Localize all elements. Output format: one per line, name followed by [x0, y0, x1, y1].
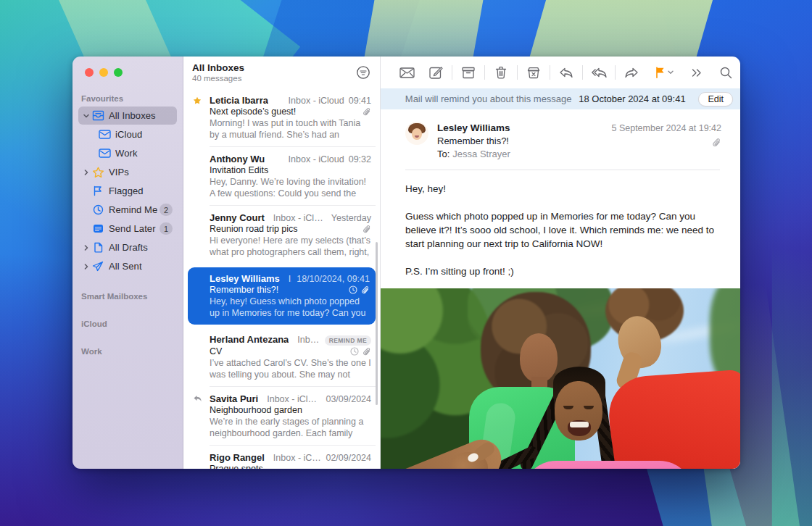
get-mail-button[interactable] [392, 62, 421, 83]
window-controls [85, 68, 123, 77]
photo-person-center-shirt [523, 461, 693, 469]
email-date: 18/10/2024, 09:41 [297, 274, 370, 284]
sidebar-item-icloud-inbox[interactable]: iCloud [94, 125, 177, 143]
email-date: 03/09/2024 [326, 394, 371, 404]
compose-button[interactable] [421, 62, 450, 83]
body-paragraph: P.S. I’m sitting up front! ;) [405, 264, 716, 278]
sender-avatar[interactable] [405, 122, 428, 145]
email-mailbox: Inbox - iCloud [273, 453, 322, 463]
envelope-icon [97, 149, 112, 158]
flag-button[interactable] [646, 62, 682, 83]
reply-button[interactable] [552, 62, 581, 83]
sidebar: Favourites All Inboxes iCloud [72, 57, 183, 469]
photo-trees [710, 288, 740, 383]
desktop-wallpaper: Favourites All Inboxes iCloud [0, 0, 812, 526]
filter-icon[interactable] [355, 64, 371, 80]
sidebar-item-label: Send Later [109, 223, 160, 234]
recipient-name[interactable]: Jessa Strayer [452, 149, 510, 159]
sidebar-item-label: All Drafts [109, 242, 173, 253]
work-section-header[interactable]: Work [72, 341, 183, 359]
email-rows: Leticia Ibarra Inbox - iCloud 09:41 Next… [183, 88, 380, 469]
search-icon[interactable] [711, 62, 740, 83]
remind-me-count-badge: 2 [160, 204, 173, 216]
send-later-icon [91, 224, 105, 233]
email-subject: Invitation Edits [210, 165, 371, 175]
more-toolbar-items-button[interactable] [682, 62, 711, 83]
email-subject: Prague spots [210, 464, 371, 469]
email-row-leticia[interactable]: Leticia Ibarra Inbox - iCloud 09:41 Next… [183, 88, 380, 147]
sidebar-item-label: iCloud [115, 129, 173, 140]
email-sender: Herland Antezana [210, 334, 289, 345]
sidebar-item-vips[interactable]: VIPs [78, 163, 177, 181]
forward-button[interactable] [617, 62, 646, 83]
email-date: 09:32 [349, 154, 371, 164]
message-count: 40 messages [192, 74, 244, 83]
reminder-datetime: 18 October 2024 at 09:41 [579, 93, 685, 104]
list-scrollbar[interactable] [376, 242, 378, 405]
email-row-anthony[interactable]: Anthony Wu Inbox - iCloud 09:32 Invitati… [183, 147, 380, 206]
email-mailbox: Inbox - iCloud [289, 96, 344, 106]
inbox-tray-icon [91, 110, 105, 121]
minimize-button[interactable] [99, 68, 108, 77]
chevron-right-icon[interactable] [81, 264, 91, 270]
email-row-rigo-1[interactable]: Rigo Rangel Inbox - iCloud 02/09/2024 Pr… [183, 446, 380, 469]
sidebar-item-send-later[interactable]: Send Later 1 [78, 220, 177, 238]
body-paragraph: Hey, hey! [405, 182, 716, 196]
attached-photo[interactable] [381, 288, 740, 469]
reply-all-button[interactable] [584, 62, 613, 83]
sidebar-item-work-inbox[interactable]: Work [94, 144, 177, 162]
email-sender: Leticia Ibarra [210, 95, 268, 106]
chevron-right-icon[interactable] [81, 245, 91, 251]
sidebar-item-all-inboxes[interactable]: All Inboxes [78, 107, 177, 125]
sidebar-item-flagged[interactable]: Flagged [78, 182, 177, 200]
mailbox-title: All Inboxes [192, 62, 244, 74]
photo-person-right-shirt [607, 370, 740, 469]
smart-mailboxes-header[interactable]: Smart Mailboxes [72, 286, 183, 304]
email-subject: Next episode’s guest! [210, 107, 362, 117]
reminder-banner-text: Mail will remind you about this message … [392, 93, 698, 104]
favourites-header: Favourites [72, 88, 183, 106]
chevron-down-icon[interactable] [81, 113, 91, 119]
paperclip-icon [362, 107, 371, 117]
email-date: Yesterday [331, 213, 371, 223]
message-header: Lesley Williams Remember this?! To:Jessa… [381, 109, 740, 168]
message-pane: Mail will remind you about this message … [381, 57, 740, 469]
attachment-paperclip-icon [611, 138, 721, 148]
toolbar [381, 57, 740, 88]
email-sender: Jenny Court [210, 212, 265, 223]
remind-clock-icon [349, 285, 357, 294]
to-label: To: [437, 149, 450, 159]
email-preview: I’ve attached Carol’s CV. She’s the one … [210, 357, 371, 380]
envelope-icon [97, 130, 112, 139]
email-sender: Rigo Rangel [210, 452, 265, 463]
message-date: 5 September 2024 at 19:42 [611, 122, 721, 135]
email-row-herland[interactable]: Herland Antezana Inbox - iCl… REMIND ME … [183, 327, 380, 387]
zoom-button[interactable] [114, 68, 123, 77]
email-row-savita[interactable]: Savita Puri Inbox - iCloud 03/09/2024 Ne… [183, 387, 380, 446]
sidebar-item-all-sent[interactable]: All Sent [78, 257, 177, 275]
sidebar-item-all-drafts[interactable]: All Drafts [78, 238, 177, 256]
message-recipients: To:Jessa Strayer [437, 148, 611, 161]
chevron-right-icon[interactable] [81, 170, 91, 175]
email-row-lesley-selected[interactable]: Lesley Williams Inb… 18/10/2024, 09:41 R… [188, 267, 376, 325]
remind-clock-icon [350, 347, 359, 356]
email-preview: Hey, hey! Guess which photo popped up in… [210, 296, 370, 319]
sidebar-item-label: Work [115, 148, 173, 159]
message-subject: Remember this?! [437, 135, 611, 148]
email-mailbox: Inbox - iCloud [273, 213, 327, 223]
reminder-text: Mail will remind you about this message [405, 93, 572, 104]
delete-button[interactable] [486, 62, 515, 83]
close-button[interactable] [85, 68, 94, 77]
junk-button[interactable] [519, 62, 548, 83]
sidebar-item-remind-me[interactable]: Remind Me 2 [78, 201, 177, 219]
email-preview: Hey, Danny. We’re loving the invitation!… [210, 176, 371, 199]
star-icon [193, 96, 202, 105]
clock-icon [91, 204, 105, 215]
paperclip-icon [361, 285, 370, 295]
edit-reminder-button[interactable]: Edit [698, 92, 733, 107]
archive-button[interactable] [454, 62, 483, 83]
email-row-jenny[interactable]: Jenny Court Inbox - iCloud Yesterday Reu… [183, 206, 380, 264]
icloud-section-header[interactable]: iCloud [72, 314, 183, 331]
email-mailbox: Inb… [289, 274, 292, 284]
sidebar-item-label: All Sent [109, 261, 173, 272]
